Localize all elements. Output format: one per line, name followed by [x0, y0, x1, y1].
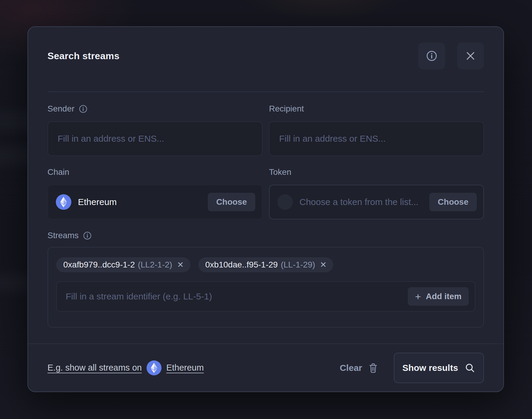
token-placeholder-text: Choose a token from the list...: [299, 197, 429, 207]
recipient-input-wrap: [269, 121, 484, 156]
info-button[interactable]: [418, 42, 445, 69]
token-label: Token: [269, 167, 291, 177]
sender-label: Sender: [47, 104, 74, 114]
close-button[interactable]: [457, 42, 484, 69]
recipient-field-group: Recipient: [269, 92, 484, 156]
stream-identifier-input[interactable]: [65, 291, 408, 302]
token-field-group: Token Choose a token from the list... Ch…: [269, 156, 484, 219]
page-background: Search streams: [0, 0, 532, 419]
streams-label: Streams: [47, 231, 79, 240]
stream-chip: 0xb10dae..f95-1-29 (LL-1-29) ✕: [198, 257, 333, 272]
chain-label: Chain: [47, 167, 69, 177]
show-results-button[interactable]: Show results: [394, 353, 484, 383]
ethereum-icon: [56, 194, 71, 210]
stream-chip: 0xafb979..dcc9-1-2 (LL2-1-2) ✕: [56, 257, 190, 272]
chain-selected-value: Ethereum: [78, 197, 208, 207]
sender-input-wrap: [47, 121, 262, 156]
add-item-button[interactable]: + Add item: [408, 287, 469, 306]
recipient-input[interactable]: [279, 133, 474, 144]
clear-button[interactable]: Clear: [340, 363, 378, 373]
token-select: Choose a token from the list... Choose: [269, 185, 484, 219]
close-icon: [465, 50, 476, 62]
footer-actions: Clear Show results: [340, 353, 484, 383]
sender-info-icon[interactable]: [79, 104, 88, 114]
chain-token-row: Chain Ethereum Choose: [47, 156, 484, 219]
stream-chips-row: 0xafb979..dcc9-1-2 (LL2-1-2) ✕ 0xb10dae.…: [56, 257, 475, 272]
stream-input-wrap: + Add item: [56, 281, 475, 312]
chain-choose-button[interactable]: Choose: [208, 193, 255, 211]
stream-chip-id: 0xafb979..dcc9-1-2: [63, 260, 135, 270]
modal-header: Search streams: [47, 42, 484, 69]
chain-select: Ethereum Choose: [47, 185, 262, 219]
stream-chip-id: 0xb10dae..f95-1-29: [205, 260, 278, 270]
stream-chip-remove-icon[interactable]: ✕: [177, 261, 184, 269]
search-streams-modal: Search streams: [27, 26, 504, 392]
stream-chip-alias: (LL2-1-2): [138, 260, 172, 270]
example-streams-link[interactable]: E.g. show all streams on Ethereum: [47, 360, 340, 375]
example-link-text: E.g. show all streams on: [47, 363, 142, 373]
recipient-label: Recipient: [269, 104, 304, 114]
example-link-chain: Ethereum: [166, 363, 204, 373]
sender-field-group: Sender: [47, 92, 262, 156]
stream-chip-alias: (LL-1-29): [281, 260, 315, 270]
stream-chip-remove-icon[interactable]: ✕: [320, 261, 327, 269]
search-icon: [465, 363, 475, 373]
token-choose-button[interactable]: Choose: [429, 193, 477, 211]
modal-title: Search streams: [47, 51, 418, 62]
header-buttons: [418, 42, 484, 69]
clear-label: Clear: [340, 363, 362, 373]
address-row: Sender Recipient: [47, 92, 484, 156]
modal-footer: E.g. show all streams on Ethereum Clear: [47, 344, 484, 392]
info-icon: [426, 50, 438, 62]
trash-icon: [368, 363, 378, 373]
streams-label-row: Streams: [47, 231, 484, 240]
streams-info-icon[interactable]: [83, 231, 92, 240]
streams-box: 0xafb979..dcc9-1-2 (LL2-1-2) ✕ 0xb10dae.…: [47, 247, 484, 328]
chain-field-group: Chain Ethereum Choose: [47, 156, 262, 219]
add-item-label: Add item: [426, 292, 462, 301]
sender-input[interactable]: [57, 133, 253, 144]
plus-icon: +: [415, 291, 421, 302]
token-placeholder-circle: [277, 194, 293, 210]
show-results-label: Show results: [402, 363, 458, 373]
ethereum-icon: [147, 360, 162, 375]
